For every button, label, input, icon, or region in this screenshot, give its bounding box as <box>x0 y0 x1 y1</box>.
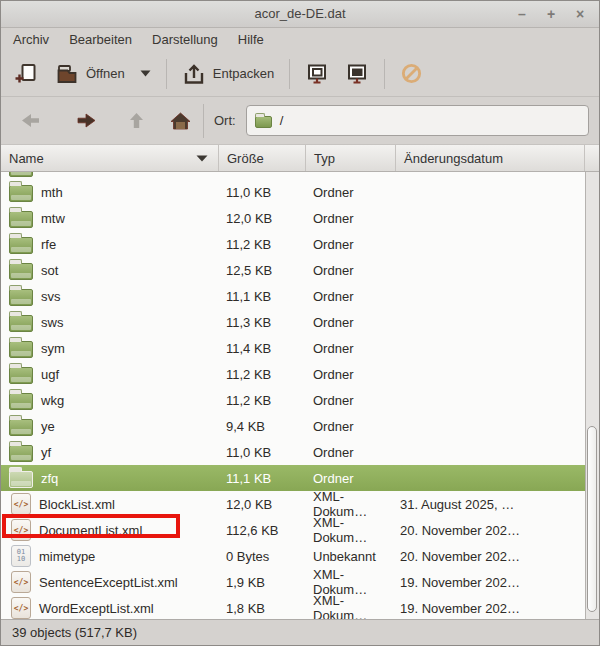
forward-button[interactable] <box>71 106 101 136</box>
status-text: 39 objects (517,7 KB) <box>12 625 137 640</box>
table-row[interactable]: mth11,0 KBOrdner <box>1 179 585 205</box>
close-icon[interactable]: × <box>571 5 589 23</box>
file-name: zfq <box>41 471 58 486</box>
column-header-type[interactable]: Typ <box>306 145 396 171</box>
file-name: SentenceExceptList.xml <box>39 575 178 590</box>
scrollbar-thumb[interactable] <box>587 426 597 612</box>
cell-type: Ordner <box>306 283 396 309</box>
table-row[interactable]: ye9,4 KBOrdner <box>1 413 585 439</box>
column-header-row: Name Größe Typ Änderungsdatum <box>1 144 599 172</box>
extract-button[interactable]: Entpacken <box>174 56 282 92</box>
statusbar: 39 objects (517,7 KB) <box>1 619 599 645</box>
file-name: DocumentList.xml <box>39 523 142 538</box>
add-files-button[interactable] <box>297 56 337 92</box>
table-row[interactable]: sym11,4 KBOrdner <box>1 335 585 361</box>
cell-type: Unbekannt <box>306 543 396 569</box>
cell-date: 19. November 202… <box>396 595 585 619</box>
path-input[interactable]: / <box>246 105 589 136</box>
table-row[interactable]: zfq11,1 KBOrdner <box>1 465 585 491</box>
up-icon <box>129 112 144 129</box>
folder-icon <box>9 367 33 384</box>
menu-darstellung[interactable]: Darstellung <box>142 29 228 50</box>
new-archive-button[interactable] <box>7 56 47 92</box>
navigation-bar: Ort: / <box>1 96 599 144</box>
back-button <box>15 106 45 136</box>
vertical-scrollbar[interactable] <box>585 172 599 619</box>
cell-date <box>396 361 585 387</box>
open-archive-icon <box>55 62 79 86</box>
cell-size: 11,1 KB <box>219 465 306 491</box>
cell-size: 1,8 KB <box>219 595 306 619</box>
column-header-date[interactable]: Änderungsdatum <box>396 145 585 171</box>
cell-date: 20. November 202… <box>396 543 585 569</box>
cell-size: 11,0 KB <box>219 179 306 205</box>
add-folder-icon <box>345 62 369 86</box>
cell-type: Ordner <box>306 179 396 205</box>
column-label: Größe <box>227 151 264 166</box>
cell-name: </>SentenceExceptList.xml <box>9 569 219 595</box>
archive-manager-window: acor_de-DE.dat – + × Archiv Bearbeiten D… <box>0 0 600 646</box>
add-folder-button[interactable] <box>337 56 377 92</box>
cell-name: rfe <box>9 231 219 257</box>
cell-date <box>396 335 585 361</box>
table-row[interactable]: ugf11,2 KBOrdner <box>1 361 585 387</box>
cell-name: </>DocumentList.xml <box>9 517 219 543</box>
cell-name: </>WordExceptList.xml <box>9 595 219 619</box>
table-row[interactable]: 0110mimetype0 BytesUnbekannt20. November… <box>1 543 585 569</box>
cell-date <box>396 231 585 257</box>
cell-type: Ordner <box>306 231 396 257</box>
table-row[interactable]: sws11,3 KBOrdner <box>1 309 585 335</box>
toolbar-separator <box>166 59 167 89</box>
cell-size: 11,2 KB <box>219 231 306 257</box>
extract-button-label: Entpacken <box>213 66 274 81</box>
file-name: mth <box>41 185 63 200</box>
cell-size: 112,6 KB <box>219 517 306 543</box>
table-row[interactable]: rfe11,2 KBOrdner <box>1 231 585 257</box>
back-icon <box>21 113 40 128</box>
column-header-name[interactable]: Name <box>1 145 219 171</box>
cell-size: 11,0 KB <box>219 439 306 465</box>
cell-name <box>9 172 219 179</box>
home-button[interactable] <box>165 106 195 136</box>
menu-hilfe[interactable]: Hilfe <box>228 29 274 50</box>
folder-icon <box>9 419 33 436</box>
open-archive-button[interactable]: Öffnen <box>47 56 159 92</box>
cell-size: 12,0 KB <box>219 491 306 517</box>
folder-icon <box>9 211 33 228</box>
table-row[interactable]: </>WordExceptList.xml1,8 KBXML-Dokum…19.… <box>1 595 585 619</box>
menu-bearbeiten[interactable]: Bearbeiten <box>59 29 142 50</box>
titlebar: acor_de-DE.dat – + × <box>1 1 599 28</box>
maximize-icon[interactable]: + <box>542 5 560 23</box>
column-header-size[interactable]: Größe <box>219 145 306 171</box>
toolbar-separator <box>289 59 290 89</box>
dropdown-caret-icon[interactable] <box>140 70 151 77</box>
cell-date <box>396 257 585 283</box>
table-row[interactable] <box>1 172 585 179</box>
file-name: rfe <box>41 237 56 252</box>
cell-size: 11,2 KB <box>219 387 306 413</box>
cell-type: Ordner <box>306 413 396 439</box>
menu-archiv[interactable]: Archiv <box>3 29 59 50</box>
file-name: sot <box>41 263 58 278</box>
home-icon <box>170 112 191 130</box>
add-files-icon <box>305 62 329 86</box>
table-row[interactable]: yf11,0 KBOrdner <box>1 439 585 465</box>
column-label: Name <box>9 151 44 166</box>
table-row[interactable]: </>SentenceExceptList.xml1,9 KBXML-Dokum… <box>1 569 585 595</box>
cell-name: mth <box>9 179 219 205</box>
minimize-icon[interactable]: – <box>513 5 531 23</box>
cell-name: ye <box>9 413 219 439</box>
table-row[interactable]: wkg11,2 KBOrdner <box>1 387 585 413</box>
path-value: / <box>280 113 284 128</box>
table-row[interactable]: mtw12,0 KBOrdner <box>1 205 585 231</box>
table-row[interactable]: svs11,1 KBOrdner <box>1 283 585 309</box>
table-row[interactable]: </>DocumentList.xml112,6 KBXML-Dokum…20.… <box>1 517 585 543</box>
folder-icon <box>9 393 33 410</box>
table-row[interactable]: </>BlockList.xml12,0 KBXML-Dokum…31. Aug… <box>1 491 585 517</box>
cell-type: Ordner <box>306 465 396 491</box>
table-row[interactable]: sot12,5 KBOrdner <box>1 257 585 283</box>
file-name: sws <box>41 315 63 330</box>
xml-file-icon: </> <box>11 519 31 541</box>
binary-file-icon: 0110 <box>11 545 31 567</box>
folder-icon <box>9 471 33 488</box>
